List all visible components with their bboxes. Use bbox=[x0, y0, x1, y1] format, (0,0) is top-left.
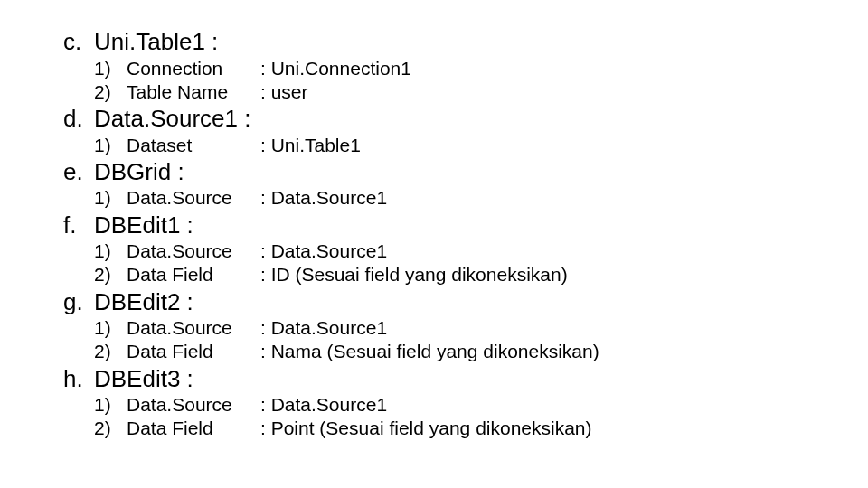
section-heading: e.DBGrid : bbox=[63, 157, 805, 187]
section-title: DBEdit1 : bbox=[94, 211, 193, 240]
property-row: 1)Dataset: Uni.Table1 bbox=[94, 134, 805, 157]
section-title: DBEdit2 : bbox=[94, 287, 193, 317]
section-title: DBEdit3 : bbox=[94, 364, 193, 394]
property-number: 1) bbox=[94, 316, 127, 340]
section-letter: h. bbox=[63, 364, 94, 394]
property-label: Table Name bbox=[127, 80, 260, 104]
property-value: : Data.Source1 bbox=[260, 239, 387, 263]
property-number: 1) bbox=[94, 134, 127, 157]
property-value: : Point (Sesuai field yang dikoneksikan) bbox=[260, 417, 592, 440]
section-letter: d. bbox=[63, 104, 94, 134]
property-label: Data Field bbox=[127, 263, 260, 286]
property-label: Data.Source bbox=[127, 186, 260, 210]
property-label: Data.Source bbox=[127, 239, 260, 263]
property-value: : ID (Sesuai field yang dikoneksikan) bbox=[260, 263, 568, 286]
document-body: c.Uni.Table1 :1)Connection: Uni.Connecti… bbox=[63, 27, 805, 441]
property-label: Connection bbox=[127, 57, 260, 80]
section-title: DBGrid : bbox=[94, 157, 184, 187]
property-label: Data.Source bbox=[127, 393, 260, 417]
property-row: 1)Data.Source: Data.Source1 bbox=[94, 239, 805, 263]
property-label: Dataset bbox=[127, 134, 260, 157]
property-row: 1)Data.Source: Data.Source1 bbox=[94, 393, 805, 417]
property-number: 2) bbox=[94, 263, 127, 286]
property-value: : Data.Source1 bbox=[260, 186, 387, 210]
property-value: : Data.Source1 bbox=[260, 393, 387, 417]
property-label: Data Field bbox=[127, 340, 260, 363]
property-number: 1) bbox=[94, 186, 127, 210]
section-letter: g. bbox=[63, 287, 94, 317]
property-row: 2)Data Field: Point (Sesuai field yang d… bbox=[94, 417, 805, 440]
property-number: 2) bbox=[94, 80, 127, 104]
property-number: 2) bbox=[94, 340, 127, 363]
property-row: 1)Data.Source: Data.Source1 bbox=[94, 186, 805, 210]
section-letter: c. bbox=[63, 27, 94, 57]
property-row: 1)Connection: Uni.Connection1 bbox=[94, 57, 805, 80]
property-value: : Uni.Table1 bbox=[260, 134, 361, 157]
section-title: Data.Source1 : bbox=[94, 104, 250, 134]
property-value: : Uni.Connection1 bbox=[260, 57, 411, 80]
property-number: 1) bbox=[94, 393, 127, 417]
section-heading: f.DBEdit1 : bbox=[63, 211, 805, 240]
property-row: 2)Table Name: user bbox=[94, 80, 805, 104]
property-value: : Nama (Sesuai field yang dikoneksikan) bbox=[260, 340, 599, 363]
section-letter: e. bbox=[63, 157, 94, 187]
property-row: 2)Data Field: ID (Sesuai field yang diko… bbox=[94, 263, 805, 286]
property-number: 2) bbox=[94, 417, 127, 440]
section-heading: h.DBEdit3 : bbox=[63, 364, 805, 394]
property-value: : Data.Source1 bbox=[260, 316, 387, 340]
section-letter: f. bbox=[63, 211, 94, 240]
property-number: 1) bbox=[94, 57, 127, 80]
property-row: 2)Data Field: Nama (Sesuai field yang di… bbox=[94, 340, 805, 363]
property-row: 1)Data.Source: Data.Source1 bbox=[94, 316, 805, 340]
section-heading: g.DBEdit2 : bbox=[63, 287, 805, 317]
section-title: Uni.Table1 : bbox=[94, 27, 218, 57]
property-number: 1) bbox=[94, 239, 127, 263]
property-value: : user bbox=[260, 80, 308, 104]
section-heading: c.Uni.Table1 : bbox=[63, 27, 805, 57]
section-heading: d.Data.Source1 : bbox=[63, 104, 805, 134]
property-label: Data.Source bbox=[127, 316, 260, 340]
property-label: Data Field bbox=[127, 417, 260, 440]
